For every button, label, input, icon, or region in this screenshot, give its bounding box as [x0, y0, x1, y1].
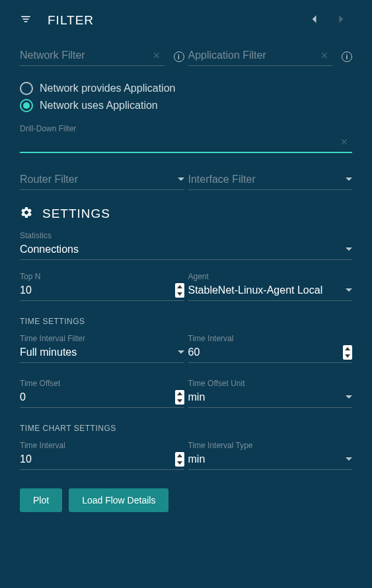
agent-label: Agent	[188, 272, 353, 281]
chevron-down-icon	[346, 288, 352, 292]
filter-header: FILTER	[20, 13, 352, 28]
settings-title: SETTINGS	[42, 207, 110, 221]
time-settings-title: TIME SETTINGS	[20, 317, 352, 326]
interface-filter-field[interactable]: Interface Filter	[188, 172, 353, 190]
settings-header: SETTINGS	[20, 206, 352, 222]
radio-network-provides[interactable]: Network provides Application	[20, 82, 352, 95]
network-filter-field[interactable]: Network Filter ✕	[20, 48, 165, 66]
chart-interval-field[interactable]: Time Interval 10	[20, 441, 184, 470]
time-offset-unit-value: min	[188, 391, 342, 403]
time-offset-field[interactable]: Time Offset 0	[20, 379, 184, 408]
number-spinner[interactable]	[175, 452, 184, 467]
time-interval-value: 60	[188, 346, 341, 358]
time-interval-filter-label: Time Interval Filter	[20, 334, 184, 343]
spinner-up[interactable]	[175, 283, 184, 290]
top-n-field[interactable]: Top N 10	[20, 272, 184, 301]
spinner-down[interactable]	[175, 459, 184, 467]
statistics-value: Connections	[20, 244, 342, 255]
time-offset-unit-label: Time Offset Unit	[188, 379, 353, 388]
clear-icon[interactable]: ✕	[340, 137, 348, 147]
router-filter-field[interactable]: Router Filter	[20, 172, 184, 190]
chart-interval-value: 10	[20, 453, 172, 465]
radio-icon	[20, 99, 33, 112]
chart-interval-label: Time Interval	[20, 441, 184, 450]
filter-icon	[20, 13, 32, 28]
network-filter-label: Network Filter	[20, 49, 153, 61]
application-filter-label: Application Filter	[188, 49, 321, 61]
clear-icon[interactable]: ✕	[320, 50, 328, 61]
chart-interval-type-value: min	[188, 453, 342, 465]
spinner-down[interactable]	[343, 352, 352, 360]
statistics-field[interactable]: Statistics Connections	[20, 231, 352, 260]
chart-interval-type-label: Time Interval Type	[188, 441, 353, 450]
spinner-down[interactable]	[175, 397, 184, 405]
info-icon: i	[174, 51, 184, 62]
spinner-down[interactable]	[175, 290, 184, 298]
chevron-down-icon	[346, 395, 352, 399]
load-flow-details-button[interactable]: Load Flow Details	[69, 488, 168, 512]
network-filter-info[interactable]: i	[174, 48, 184, 66]
time-offset-label: Time Offset	[20, 379, 184, 388]
number-spinner[interactable]	[175, 283, 184, 298]
time-offset-unit-field[interactable]: Time Offset Unit min	[188, 379, 353, 408]
chevron-down-icon	[346, 457, 352, 461]
plot-button[interactable]: Plot	[20, 488, 62, 512]
chevron-down-icon	[346, 178, 352, 181]
clear-icon[interactable]: ✕	[153, 50, 161, 61]
gear-icon	[20, 206, 33, 222]
time-interval-filter-value: Full minutes	[20, 346, 174, 358]
application-filter-info[interactable]: i	[342, 48, 352, 66]
interface-filter-label: Interface Filter	[188, 174, 342, 185]
time-offset-value: 0	[20, 391, 172, 403]
filter-title: FILTER	[48, 13, 94, 28]
chart-interval-type-field[interactable]: Time Interval Type min	[188, 441, 353, 470]
chevron-down-icon	[178, 350, 184, 354]
number-spinner[interactable]	[343, 345, 352, 360]
chevron-down-icon	[346, 247, 352, 251]
spinner-up[interactable]	[175, 452, 184, 459]
nav-next-button[interactable]	[338, 15, 346, 26]
top-n-value: 10	[20, 284, 172, 296]
top-n-label: Top N	[20, 272, 184, 281]
application-filter-field[interactable]: Application Filter ✕	[188, 48, 333, 66]
chevron-down-icon	[178, 178, 184, 181]
agent-field[interactable]: Agent StableNet-Linux-Agent Local	[188, 272, 353, 301]
time-interval-field[interactable]: Time Interval 60	[188, 334, 353, 363]
info-icon: i	[342, 51, 352, 62]
time-interval-filter-field[interactable]: Time Interval Filter Full minutes	[20, 334, 184, 363]
radio-label: Network uses Application	[40, 100, 158, 112]
action-buttons: Plot Load Flow Details	[20, 488, 352, 512]
time-chart-settings-title: TIME CHART SETTINGS	[20, 424, 352, 433]
radio-network-uses[interactable]: Network uses Application	[20, 99, 352, 112]
spinner-up[interactable]	[343, 345, 352, 352]
drill-down-field[interactable]: ✕	[20, 135, 352, 153]
radio-icon	[20, 82, 33, 95]
router-filter-label: Router Filter	[20, 174, 174, 185]
radio-label: Network provides Application	[40, 82, 175, 94]
spinner-up[interactable]	[175, 390, 184, 397]
agent-value: StableNet-Linux-Agent Local	[188, 284, 342, 296]
time-interval-label: Time Interval	[188, 334, 353, 343]
statistics-label: Statistics	[20, 231, 352, 240]
nav-prev-button[interactable]	[310, 15, 318, 26]
number-spinner[interactable]	[175, 390, 184, 405]
filter-mode-radio-group: Network provides Application Network use…	[20, 82, 352, 112]
drill-down-label: Drill-Down Filter	[20, 124, 352, 133]
